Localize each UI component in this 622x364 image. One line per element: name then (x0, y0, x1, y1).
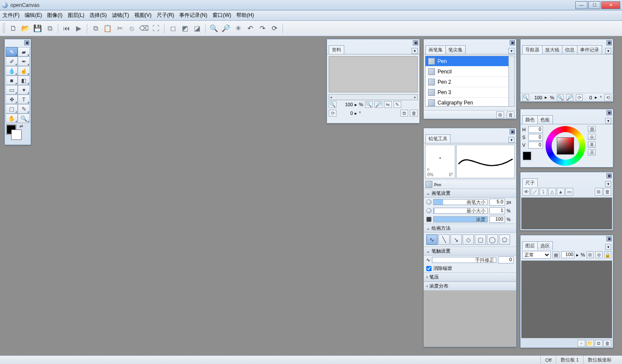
ruler-curve-button[interactable]: ⤵ (539, 188, 547, 196)
brush-row[interactable]: Caligraphy Pen (425, 98, 514, 107)
draw-free-button[interactable]: ∿ (426, 234, 438, 245)
menu-item[interactable]: 视图(V) (134, 12, 152, 19)
layer-collapse-button[interactable]: ▣ (606, 236, 612, 241)
tool-zoom[interactable]: 🔍 (18, 114, 30, 123)
draw-rect-button[interactable]: ▢ (475, 234, 486, 245)
ruler-line-button[interactable]: ／ (531, 188, 539, 196)
color-mode-grad-icon[interactable]: ▥ (588, 126, 596, 132)
tab-color-0[interactable]: 颜色 (522, 115, 538, 124)
paste-button[interactable]: 📋 (102, 23, 113, 34)
tab-brushset-0[interactable]: 画笔集 (425, 45, 446, 54)
menu-item[interactable]: 图层(L) (68, 12, 85, 19)
menu-item[interactable]: 编辑(E) (25, 12, 42, 19)
color-wheel[interactable] (546, 126, 585, 166)
tool-finger[interactable]: ☝ (18, 66, 30, 76)
tool-pencil[interactable]: ✐ (6, 57, 18, 66)
zoom-in-button[interactable]: 🔍 (208, 23, 219, 34)
eraser-all-button[interactable]: ⌫ (138, 23, 149, 34)
ruler-dup-button[interactable]: ⧉ (595, 188, 603, 196)
draw-ellipse-button[interactable]: ◯ (487, 234, 498, 245)
tab-color-1[interactable]: 色板 (537, 115, 553, 124)
cut-button[interactable]: ✂ (114, 23, 125, 34)
seek-start-button[interactable]: ⏮ (61, 23, 72, 34)
current-color-swatch[interactable] (522, 151, 532, 161)
layer-dup-button[interactable]: ⧉ (595, 340, 603, 347)
color-mode-bars-icon[interactable]: ≣ (588, 142, 596, 148)
section-brush-settings[interactable]: ⌄画笔设置 (424, 189, 516, 198)
material-fit-button[interactable]: 🔎 (374, 101, 382, 108)
jitter-slider[interactable]: 手抖修正 (432, 257, 496, 263)
tool-text[interactable]: T (18, 95, 30, 104)
ruler-tab-options[interactable]: ▾ (605, 181, 611, 187)
reselect-button[interactable]: ◩ (179, 23, 190, 34)
nav-zoom-in-button[interactable]: 🔍 (557, 94, 564, 101)
nav-rotate-reset-button[interactable]: ⟲ (604, 94, 611, 101)
layer-folder-button[interactable]: 📁 (586, 340, 594, 347)
material-zoom-arrow-icon[interactable]: ▸ (355, 102, 357, 108)
antialias-checkbox[interactable] (426, 266, 432, 271)
save-copy-button[interactable]: ⧉ (44, 23, 55, 34)
tab-pencil-tool[interactable]: 铅笔工具 (425, 134, 451, 143)
menu-item[interactable]: 图像(I) (47, 12, 62, 19)
tab-layer-1[interactable]: 选区 (537, 241, 553, 250)
ruler-flip-button[interactable]: ▲ (557, 188, 565, 196)
minsize-slider[interactable]: 最小大小 (433, 208, 488, 214)
tool-fill[interactable]: ■ (6, 76, 18, 85)
color-mode-list-icon[interactable]: ☰ (588, 149, 596, 155)
material-flip-button[interactable]: ⇋ (384, 101, 392, 108)
menu-item[interactable]: 选择(S) (89, 12, 107, 19)
tab-nav-0[interactable]: 导航器 (522, 45, 543, 54)
save-button[interactable]: 💾 (32, 23, 43, 34)
material-angle-arrow-icon[interactable]: ▸ (355, 111, 357, 116)
density-slider[interactable]: 浓度 (433, 216, 488, 222)
section-draw-method[interactable]: ⌄绘画方法 (424, 224, 516, 233)
zoom-out-button[interactable]: 🔎 (220, 23, 232, 34)
blend-mode-select[interactable]: 正常 (522, 251, 551, 259)
brush-row[interactable]: Pen 3 (425, 87, 514, 98)
tool-crop[interactable]: ▢ (6, 104, 18, 114)
deselect-button[interactable]: ◻ (167, 23, 178, 34)
nav-angle-arrow-icon[interactable]: ▸ (595, 95, 597, 100)
copy-button[interactable]: ⧉ (90, 23, 101, 34)
size-input[interactable]: 5.0 (489, 199, 505, 206)
section-stroke-settings[interactable]: ⌄笔触设置 (424, 247, 516, 256)
layer-list[interactable] (521, 260, 612, 338)
menu-item[interactable]: 事件记录(N) (179, 12, 207, 19)
layer-opacity-input[interactable]: 100 (561, 251, 574, 258)
brushset-new-button[interactable]: ⧉ (496, 111, 504, 118)
density-toggle[interactable] (426, 217, 432, 222)
swap-colors-icon[interactable]: ⇄ (19, 124, 23, 129)
tool-airbrush[interactable]: ✒ (18, 57, 30, 66)
layer-tab-options[interactable]: ▾ (605, 244, 611, 250)
minimize-button[interactable]: — (575, 1, 587, 9)
v-input[interactable]: 0 (528, 142, 543, 149)
layer-lock-opacity-button[interactable]: ▦ (552, 251, 559, 258)
ruler-delete-button[interactable]: 🗑 (603, 188, 611, 196)
brush-row[interactable]: Pen (425, 56, 514, 66)
redo-button[interactable]: ↷ (257, 23, 268, 34)
material-collapse-button[interactable]: ▣ (413, 40, 418, 45)
tab-material[interactable]: 资料 (329, 45, 344, 54)
pencil-tab-options[interactable]: ▾ (508, 137, 514, 143)
layer-link-button[interactable]: ⊜ (595, 251, 602, 258)
ruler-collapse-button[interactable]: ▣ (606, 173, 612, 178)
tab-nav-2[interactable]: 信息 (562, 45, 578, 54)
layer-clip-button[interactable]: ⧉ (587, 251, 593, 258)
tool-move[interactable]: ✥ (6, 95, 18, 104)
tab-nav-3[interactable]: 事件记录 (577, 45, 602, 54)
material-hscroll[interactable]: ◂▸ (329, 94, 418, 100)
brushset-tab-options[interactable]: ▾ (508, 48, 514, 54)
new-file-button[interactable]: 🗋 (8, 23, 19, 34)
pencil-collapse-button[interactable]: ▣ (510, 129, 515, 134)
tool-rect-select[interactable]: ▭ (6, 85, 18, 95)
material-rotate-button[interactable]: ⟳ (329, 110, 336, 117)
maximize-button[interactable]: ☐ (588, 1, 600, 9)
close-button[interactable]: ✕ (601, 1, 620, 9)
fit-button[interactable]: ✳ (232, 23, 244, 34)
color-collapse-button[interactable]: ▣ (606, 110, 612, 115)
material-tab-options[interactable]: ▾ (412, 48, 418, 54)
tab-nav-1[interactable]: 放大镜 (542, 45, 562, 54)
tab-layer-0[interactable]: 图层 (522, 241, 538, 250)
menu-item[interactable]: 窗口(W) (213, 12, 231, 19)
draw-poly-button[interactable]: ◇ (463, 234, 474, 245)
